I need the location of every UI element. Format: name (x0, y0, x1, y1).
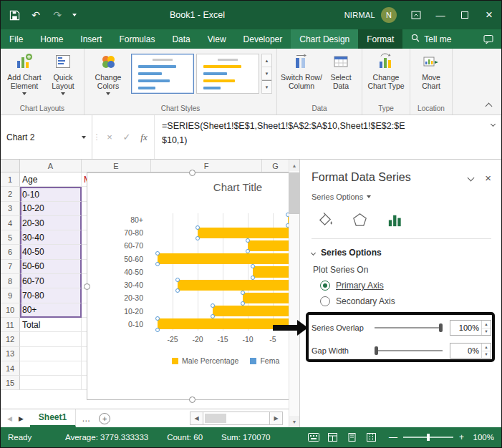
pane-close-icon[interactable]: × (485, 172, 491, 184)
vscroll-down-icon[interactable]: ▼ (289, 416, 299, 427)
switch-row-column-button[interactable]: Switch Row/ Column (280, 51, 323, 90)
series-bar-20-30[interactable] (243, 293, 289, 303)
tab-developer[interactable]: Developer (235, 29, 291, 49)
legend-item[interactable]: Fema (250, 356, 279, 365)
cell-A2[interactable]: 0-10 (20, 187, 82, 201)
bar-selection-handle[interactable] (196, 225, 200, 230)
status-average[interactable]: Average: 3779.333333 (65, 433, 148, 442)
ribbon-display-options-icon[interactable] (404, 1, 428, 29)
chart-legend[interactable]: Male PercentageFema (172, 356, 279, 365)
save-icon[interactable] (8, 9, 21, 21)
row-header-12[interactable]: 12 (1, 332, 20, 346)
comment-icon[interactable] (476, 29, 501, 49)
row-header-2[interactable]: 2 (1, 187, 20, 201)
qat-customize-caret-icon[interactable] (72, 14, 77, 16)
column-header-F[interactable]: F (151, 160, 262, 172)
chart-style-thumbnail-2[interactable] (196, 54, 259, 94)
cancel-icon[interactable]: × (101, 132, 118, 142)
vscroll-up-icon[interactable]: ▲ (289, 160, 299, 171)
select-all-corner[interactable] (1, 160, 20, 172)
series-overlap-slider[interactable] (375, 327, 443, 328)
bar-selection-handle[interactable] (246, 238, 250, 243)
more-sheets-ellipsis[interactable]: … (76, 409, 96, 427)
legend-item[interactable]: Male Percentage (172, 356, 238, 365)
gallery-scroll-up-icon[interactable]: ▲ (262, 54, 271, 67)
spin-up-icon[interactable]: ▲ (482, 321, 491, 328)
series-bar-40-50[interactable] (253, 266, 289, 277)
gap-width-slider[interactable] (375, 350, 443, 351)
status-count[interactable]: Count: 60 (167, 433, 203, 442)
formula-bar-expand-icon[interactable] (484, 115, 501, 159)
cell-A4[interactable]: 20-30 (20, 216, 82, 230)
series-overlap-spinner[interactable]: 100% ▲▼ (450, 320, 491, 336)
pane-options-dropdown[interactable]: Series Options (312, 193, 491, 201)
gap-width-slider-thumb[interactable] (375, 346, 378, 355)
close-button[interactable]: × (477, 1, 501, 29)
tab-insert[interactable]: Insert (72, 29, 110, 49)
column-header-A[interactable]: A (20, 160, 82, 172)
cell-A1[interactable]: Age (20, 172, 82, 187)
row-header-8[interactable]: 8 (1, 274, 20, 288)
gallery-more-icon[interactable]: ▼ (262, 80, 271, 93)
row-header-10[interactable]: 10 (1, 303, 20, 318)
chart-object[interactable]: Chart Title Male PercentageFema -25-20-1… (87, 172, 289, 400)
cell-A14[interactable] (20, 361, 82, 376)
bar-selection-handle[interactable] (211, 303, 215, 308)
maximize-button[interactable] (453, 1, 477, 29)
zoom-slider-thumb[interactable] (427, 434, 430, 441)
chart-style-thumbnail-1[interactable] (131, 54, 194, 94)
name-box[interactable]: Chart 2 (1, 115, 92, 159)
chart-resize-handle-left[interactable] (84, 283, 90, 290)
tab-data[interactable]: Data (163, 29, 198, 49)
series-bar-10-20[interactable] (213, 306, 289, 316)
cell-A9[interactable]: 70-80 (20, 288, 82, 303)
hscroll-right-icon[interactable]: ▶ (269, 412, 283, 425)
bar-selection-handle[interactable] (241, 291, 245, 295)
quick-layout-button[interactable]: Quick Layout (45, 51, 81, 95)
secondary-axis-radio-row[interactable]: Secondary Axis (320, 296, 491, 306)
name-box-caret-icon[interactable] (82, 136, 86, 139)
row-header-4[interactable]: 4 (1, 216, 20, 230)
bar-selection-handle[interactable] (175, 288, 180, 293)
chart-title[interactable]: Chart Title (159, 181, 289, 193)
primary-axis-radio[interactable] (320, 281, 330, 291)
cell-A3[interactable]: 10-20 (20, 202, 82, 216)
row-header-3[interactable]: 3 (1, 202, 20, 216)
row-header-15[interactable]: 15 (1, 376, 20, 390)
bar-selection-handle[interactable] (251, 276, 255, 280)
collapse-ribbon-icon[interactable] (486, 103, 493, 110)
bar-selection-handle[interactable] (155, 328, 160, 332)
series-options-icon[interactable] (386, 211, 404, 231)
bar-selection-handle[interactable] (241, 301, 245, 306)
minimize-button[interactable]: — (428, 1, 453, 29)
tab-format[interactable]: Format (358, 29, 402, 49)
series-overlap-value[interactable]: 100% (450, 321, 481, 335)
bar-selection-handle[interactable] (155, 262, 160, 266)
secondary-axis-radio[interactable] (320, 296, 330, 306)
series-bar-30-40[interactable] (178, 280, 289, 291)
row-header-14[interactable]: 14 (1, 361, 20, 376)
effects-icon[interactable] (351, 211, 369, 231)
gap-width-spinner[interactable]: 0% ▲▼ (450, 343, 491, 359)
zoom-out-button[interactable]: — (389, 432, 397, 442)
normal-view-icon[interactable] (324, 430, 342, 444)
zoom-level[interactable]: 100% (470, 433, 494, 442)
series-bar-0-10[interactable] (158, 318, 289, 329)
enter-check-icon[interactable]: ✓ (118, 132, 135, 142)
formula-input[interactable]: =SERIES(Sheet1!$E$1,Sheet1!$A$2:$A$10,Sh… (155, 115, 484, 159)
cell-A15[interactable] (20, 376, 82, 390)
row-header-9[interactable]: 9 (1, 288, 20, 303)
bar-selection-handle[interactable] (286, 223, 289, 228)
select-data-button[interactable]: Select Data (323, 51, 359, 90)
change-colors-button[interactable]: Change Colors (87, 51, 129, 95)
chart-resize-handle-bottom[interactable] (189, 396, 196, 403)
cell-A6[interactable]: 40-50 (20, 245, 82, 259)
row-header-6[interactable]: 6 (1, 245, 20, 259)
tab-file[interactable]: File (1, 29, 32, 49)
row-header-13[interactable]: 13 (1, 347, 20, 361)
tab-chart-design[interactable]: Chart Design (291, 29, 358, 49)
hscroll-track[interactable] (203, 412, 269, 425)
pane-collapse-chevron-icon[interactable] (468, 174, 475, 181)
fill-line-icon[interactable] (316, 211, 334, 231)
row-header-7[interactable]: 7 (1, 260, 20, 274)
